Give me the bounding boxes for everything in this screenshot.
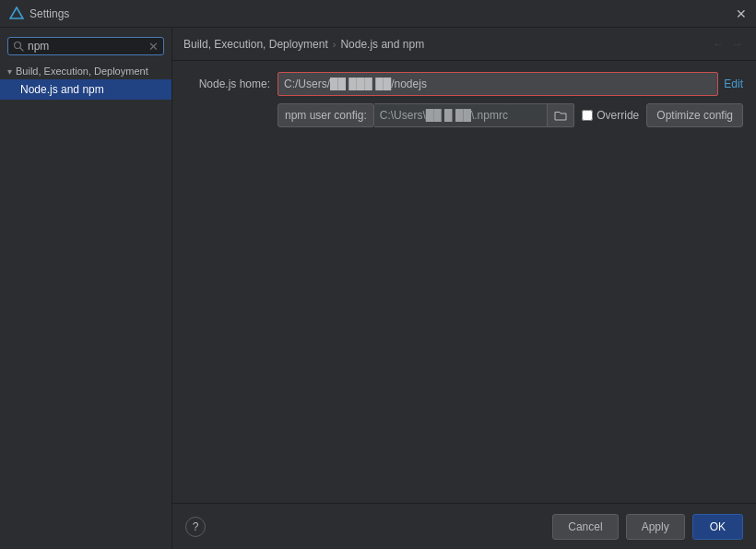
svg-line-3 [20, 48, 23, 51]
content-area: Build, Execution, Deployment › Node.js a… [172, 28, 756, 549]
npm-config-row: npm user config: Override Optimize confi… [185, 103, 743, 127]
breadcrumb-bar: Build, Execution, Deployment › Node.js a… [172, 28, 756, 61]
footer-right: Cancel Apply OK [552, 514, 743, 540]
override-label-text: Override [597, 109, 639, 122]
breadcrumb-separator: › [333, 39, 337, 50]
breadcrumb-parent: Build, Execution, Deployment [183, 38, 328, 51]
breadcrumb-nav: ← → [710, 37, 745, 51]
search-box[interactable]: ✕ [7, 37, 164, 55]
svg-point-2 [15, 42, 21, 49]
optimize-config-button[interactable]: Optimize config [646, 103, 743, 127]
main-layout: ✕ ▾ Build, Execution, Deployment Node.js… [0, 28, 756, 549]
title-bar: Settings ✕ [0, 0, 756, 28]
chevron-down-icon: ▾ [7, 66, 12, 77]
nav-back-button[interactable]: ← [710, 37, 726, 51]
npm-config-label-button[interactable]: npm user config: [278, 103, 374, 127]
sidebar: ✕ ▾ Build, Execution, Deployment Node.js… [0, 28, 172, 549]
search-input[interactable] [28, 40, 145, 53]
node-home-row: Node.js home: Edit [185, 72, 743, 96]
cancel-button[interactable]: Cancel [552, 514, 618, 540]
help-button[interactable]: ? [185, 517, 206, 537]
breadcrumb: Build, Execution, Deployment › Node.js a… [183, 38, 424, 51]
search-icon [13, 41, 24, 52]
ok-button[interactable]: OK [692, 514, 743, 540]
svg-marker-0 [10, 7, 23, 18]
override-checkbox-label[interactable]: Override [582, 109, 639, 122]
search-clear-button[interactable]: ✕ [148, 41, 159, 53]
footer-left: ? [185, 517, 206, 537]
node-home-edit-link[interactable]: Edit [724, 78, 743, 90]
node-home-input[interactable] [278, 72, 718, 96]
sidebar-item-nodejs-npm[interactable]: Node.js and npm [0, 79, 171, 100]
npm-config-input[interactable] [374, 103, 549, 127]
settings-content: Node.js home: Edit npm user config: [172, 61, 756, 503]
node-home-wrapper: Edit [278, 72, 743, 96]
apply-button[interactable]: Apply [626, 514, 685, 540]
breadcrumb-current: Node.js and npm [340, 38, 424, 51]
close-button[interactable]: ✕ [736, 7, 747, 20]
node-home-label: Node.js home: [185, 78, 278, 90]
sidebar-group-label-text: Build, Execution, Deployment [16, 66, 148, 77]
override-checkbox[interactable] [582, 110, 593, 121]
npm-config-folder-button[interactable] [548, 103, 574, 127]
footer: ? Cancel Apply OK [172, 503, 756, 549]
app-logo-icon [9, 6, 24, 21]
nav-forward-button[interactable]: → [729, 37, 745, 51]
window-title: Settings [30, 7, 69, 20]
sidebar-item-label: Node.js and npm [20, 83, 104, 96]
sidebar-group-build-execution-deployment[interactable]: ▾ Build, Execution, Deployment [0, 63, 171, 79]
folder-icon [554, 110, 567, 121]
